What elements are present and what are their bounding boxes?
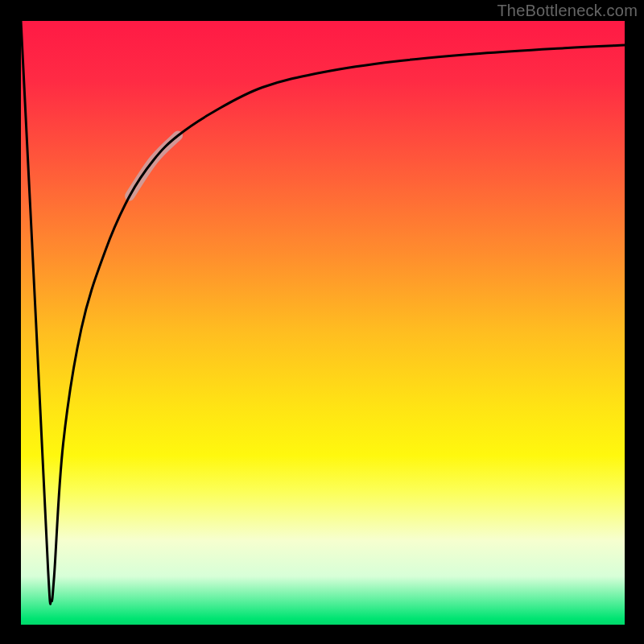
curve-highlight-segment — [130, 136, 178, 196]
bottleneck-curve — [21, 21, 625, 604]
chart-frame: TheBottleneck.com — [0, 0, 644, 644]
curve-layer — [21, 21, 625, 625]
plot-area — [21, 21, 625, 625]
watermark-text: TheBottleneck.com — [497, 2, 638, 20]
